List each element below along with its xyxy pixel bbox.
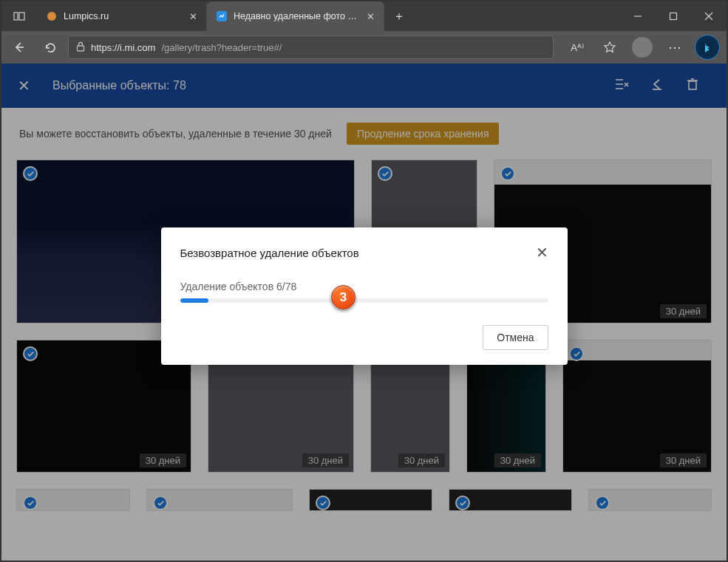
read-aloud-icon[interactable]: Aᴬ⁾ <box>562 34 592 61</box>
app-icon[interactable] <box>1 1 37 31</box>
more-icon[interactable]: ⋯ <box>660 34 690 61</box>
profile-icon[interactable] <box>627 34 657 61</box>
check-icon[interactable] <box>23 346 38 361</box>
tab-lumpics[interactable]: Lumpics.ru ✕ <box>37 1 207 31</box>
tab-stack-icon <box>13 11 25 21</box>
tab-label: Lumpics.ru <box>64 11 181 21</box>
progress-fill <box>180 298 208 303</box>
check-icon[interactable] <box>595 496 610 510</box>
svg-rect-0 <box>14 13 18 20</box>
back-button[interactable] <box>6 34 33 61</box>
retention-notice: Вы можете восстановить объекты, удаленны… <box>1 108 727 160</box>
selection-count: Выбранные объекты: 78 <box>52 79 186 92</box>
restore-icon[interactable] <box>639 77 675 95</box>
days-badge: 30 дней <box>140 453 186 467</box>
thumbnail[interactable] <box>449 489 572 511</box>
svg-rect-9 <box>78 46 84 51</box>
notice-text: Вы можете восстановить объекты, удаленны… <box>19 128 332 140</box>
lock-icon <box>76 41 85 54</box>
bing-chat-icon[interactable] <box>693 34 722 61</box>
selection-header: ✕ Выбранные объекты: 78 <box>1 64 727 108</box>
favicon-mi <box>216 10 228 22</box>
url-path: /gallery/trash?header=true#/ <box>161 42 282 53</box>
remove-selection-icon[interactable] <box>604 77 639 95</box>
check-icon[interactable] <box>569 346 584 361</box>
check-icon[interactable] <box>316 496 330 510</box>
days-badge: 30 дней <box>302 453 349 467</box>
close-icon[interactable]: ✕ <box>536 244 548 261</box>
thumbnail[interactable] <box>146 489 293 511</box>
titlebar: Lumpics.ru ✕ Недавно удаленные фото и ви… <box>1 1 727 31</box>
refresh-button[interactable] <box>37 34 64 61</box>
close-icon[interactable]: ✕ <box>187 11 199 22</box>
close-icon[interactable]: ✕ <box>364 11 376 22</box>
url-host: https://i.mi.com <box>91 42 155 53</box>
check-icon[interactable] <box>500 166 515 181</box>
close-window-button[interactable] <box>691 1 727 31</box>
cancel-button[interactable]: Отмена <box>483 325 548 350</box>
new-tab-button[interactable]: ＋ <box>384 1 414 31</box>
check-icon[interactable] <box>23 166 38 181</box>
check-icon[interactable] <box>455 496 470 510</box>
svg-rect-5 <box>670 13 677 20</box>
thumbnail[interactable]: 30 дней <box>562 340 712 473</box>
thumbnail[interactable] <box>588 489 712 511</box>
delete-icon[interactable] <box>675 77 710 95</box>
tab-mi-gallery[interactable]: Недавно удаленные фото и ви… ✕ <box>207 1 384 31</box>
thumbnail[interactable] <box>16 489 130 511</box>
modal-title: Безвозвратное удаление объектов <box>180 247 536 259</box>
window-controls <box>620 1 727 31</box>
maximize-button[interactable] <box>656 1 691 31</box>
page-content: ✕ Выбранные объекты: 78 Вы можете восста… <box>1 64 727 561</box>
tab-label: Недавно удаленные фото и ви… <box>234 11 358 21</box>
check-icon[interactable] <box>23 496 38 510</box>
days-badge: 30 дней <box>660 453 707 467</box>
annotation-badge: 3 <box>331 285 356 309</box>
favorite-icon[interactable] <box>595 34 625 61</box>
minimize-button[interactable] <box>620 1 656 31</box>
browser-chrome: Lumpics.ru ✕ Недавно удаленные фото и ви… <box>1 1 727 64</box>
deselect-button[interactable]: ✕ <box>18 77 30 95</box>
days-badge: 30 дней <box>494 453 541 467</box>
favicon-lumpics <box>46 10 58 22</box>
url-bar[interactable]: https://i.mi.com/gallery/trash?header=tr… <box>68 35 554 59</box>
svg-point-2 <box>47 12 56 21</box>
check-icon[interactable] <box>378 166 392 181</box>
extend-storage-button[interactable]: Продление срока хранения <box>347 123 500 145</box>
days-badge: 30 дней <box>660 304 707 318</box>
svg-rect-16 <box>689 81 696 89</box>
thumbnail[interactable] <box>309 489 432 511</box>
modal-status-count: 6/78 <box>276 281 296 292</box>
modal-status-text: Удаление объектов <box>180 281 274 292</box>
check-icon[interactable] <box>153 496 168 510</box>
progress-bar <box>180 298 548 303</box>
delete-progress-modal: Безвозвратное удаление объектов ✕ Удален… <box>161 227 568 365</box>
svg-rect-1 <box>19 13 24 20</box>
navbar: https://i.mi.com/gallery/trash?header=tr… <box>1 31 727 64</box>
days-badge: 30 дней <box>398 453 445 467</box>
